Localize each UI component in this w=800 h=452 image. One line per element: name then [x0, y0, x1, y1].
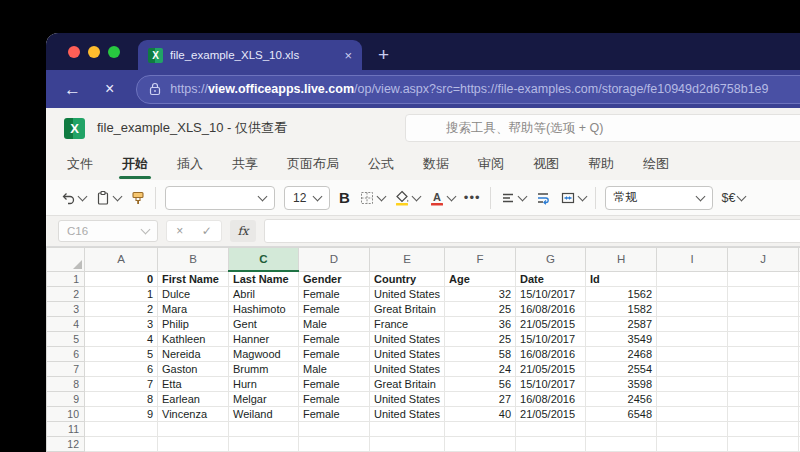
- cell-H9[interactable]: 2456: [586, 392, 657, 407]
- address-bar[interactable]: https://view.officeapps.live.com/op/view…: [136, 75, 800, 104]
- formula-input[interactable]: [264, 219, 800, 243]
- cell-E9[interactable]: United States: [370, 392, 445, 407]
- menu-tab-文件[interactable]: 文件: [66, 149, 94, 179]
- cell-A1[interactable]: 0: [85, 271, 158, 287]
- column-header-G[interactable]: G: [516, 248, 586, 272]
- cell-B8[interactable]: Etta: [158, 377, 229, 392]
- cell-H12[interactable]: [586, 437, 657, 452]
- borders-button[interactable]: [359, 190, 385, 206]
- cell-H8[interactable]: 3598: [586, 377, 657, 392]
- cell-H4[interactable]: 2587: [586, 317, 657, 332]
- menu-tab-共享[interactable]: 共享: [231, 149, 259, 179]
- cell-E12[interactable]: [370, 437, 445, 452]
- cell-J3[interactable]: [728, 302, 799, 317]
- cell-J2[interactable]: [728, 287, 799, 302]
- cell-F5[interactable]: 25: [445, 332, 516, 347]
- column-header-A[interactable]: A: [85, 248, 158, 272]
- cell-I12[interactable]: [657, 437, 728, 452]
- cell-F12[interactable]: [445, 437, 516, 452]
- cell-I11[interactable]: [657, 422, 728, 437]
- cell-A2[interactable]: 1: [85, 287, 158, 302]
- column-header-B[interactable]: B: [158, 248, 229, 272]
- cell-I1[interactable]: [657, 271, 728, 287]
- cell-A9[interactable]: 8: [85, 392, 158, 407]
- cell-G10[interactable]: 21/05/2015: [516, 407, 586, 422]
- cell-A5[interactable]: 4: [85, 332, 158, 347]
- column-header-I[interactable]: I: [657, 248, 728, 272]
- cell-B7[interactable]: Gaston: [158, 362, 229, 377]
- cell-I7[interactable]: [657, 362, 728, 377]
- cell-C12[interactable]: [229, 437, 299, 452]
- cell-J1[interactable]: [728, 271, 799, 287]
- currency-format-button[interactable]: $€: [722, 191, 746, 205]
- new-tab-button[interactable]: +: [378, 45, 389, 64]
- browser-tab[interactable]: X file_example_XLS_10.xls ×: [138, 40, 362, 70]
- cell-H3[interactable]: 1582: [586, 302, 657, 317]
- column-header-C[interactable]: C: [229, 248, 299, 272]
- minimize-window-button[interactable]: [88, 46, 100, 58]
- cell-J7[interactable]: [728, 362, 799, 377]
- cell-B2[interactable]: Dulce: [158, 287, 229, 302]
- menu-tab-插入[interactable]: 插入: [176, 149, 204, 179]
- cell-H6[interactable]: 2468: [586, 347, 657, 362]
- cell-J11[interactable]: [728, 422, 799, 437]
- cell-C3[interactable]: Hashimoto: [229, 302, 299, 317]
- cell-A11[interactable]: [85, 422, 158, 437]
- cell-D12[interactable]: [299, 437, 370, 452]
- cell-E2[interactable]: United States: [370, 287, 445, 302]
- cell-I8[interactable]: [657, 377, 728, 392]
- cell-E5[interactable]: United States: [370, 332, 445, 347]
- cell-I4[interactable]: [657, 317, 728, 332]
- cell-H11[interactable]: [586, 422, 657, 437]
- cell-B11[interactable]: [158, 422, 229, 437]
- cell-H5[interactable]: 3549: [586, 332, 657, 347]
- row-header-6[interactable]: 6: [47, 347, 85, 362]
- row-header-11[interactable]: 11: [47, 422, 85, 437]
- cell-D11[interactable]: [299, 422, 370, 437]
- cell-J8[interactable]: [728, 377, 799, 392]
- cell-F6[interactable]: 58: [445, 347, 516, 362]
- cell-F7[interactable]: 24: [445, 362, 516, 377]
- fill-color-button[interactable]: [394, 190, 420, 206]
- cell-G8[interactable]: 15/10/2017: [516, 377, 586, 392]
- cell-C2[interactable]: Abril: [229, 287, 299, 302]
- cell-I9[interactable]: [657, 392, 728, 407]
- cell-H1[interactable]: Id: [586, 271, 657, 287]
- font-color-button[interactable]: A: [429, 190, 455, 206]
- cell-D9[interactable]: Female: [299, 392, 370, 407]
- cell-I3[interactable]: [657, 302, 728, 317]
- cell-F2[interactable]: 32: [445, 287, 516, 302]
- font-size-combo[interactable]: 12: [284, 186, 330, 210]
- menu-tab-公式[interactable]: 公式: [367, 149, 395, 179]
- cell-A10[interactable]: 9: [85, 407, 158, 422]
- row-header-1[interactable]: 1: [47, 271, 85, 287]
- cell-C11[interactable]: [229, 422, 299, 437]
- menu-tab-审阅[interactable]: 审阅: [477, 149, 505, 179]
- cell-F3[interactable]: 25: [445, 302, 516, 317]
- stop-button[interactable]: ×: [105, 81, 114, 97]
- cell-B3[interactable]: Mara: [158, 302, 229, 317]
- insert-function-button[interactable]: fx: [230, 220, 256, 242]
- cell-H10[interactable]: 6548: [586, 407, 657, 422]
- row-header-8[interactable]: 8: [47, 377, 85, 392]
- row-header-3[interactable]: 3: [47, 302, 85, 317]
- cell-G1[interactable]: Date: [516, 271, 586, 287]
- cell-B1[interactable]: First Name: [158, 271, 229, 287]
- row-header-7[interactable]: 7: [47, 362, 85, 377]
- name-box[interactable]: C16: [58, 220, 158, 242]
- close-window-button[interactable]: [68, 46, 80, 58]
- cell-C6[interactable]: Magwood: [229, 347, 299, 362]
- cell-B6[interactable]: Nereida: [158, 347, 229, 362]
- align-button[interactable]: [500, 190, 526, 206]
- row-header-9[interactable]: 9: [47, 392, 85, 407]
- cell-E1[interactable]: Country: [370, 271, 445, 287]
- menu-tab-绘图[interactable]: 绘图: [642, 149, 670, 179]
- cell-G6[interactable]: 16/08/2016: [516, 347, 586, 362]
- cell-D8[interactable]: Female: [299, 377, 370, 392]
- cell-I10[interactable]: [657, 407, 728, 422]
- cell-B5[interactable]: Kathleen: [158, 332, 229, 347]
- zoom-window-button[interactable]: [108, 46, 120, 58]
- cell-D3[interactable]: Female: [299, 302, 370, 317]
- cell-F11[interactable]: [445, 422, 516, 437]
- cell-F8[interactable]: 56: [445, 377, 516, 392]
